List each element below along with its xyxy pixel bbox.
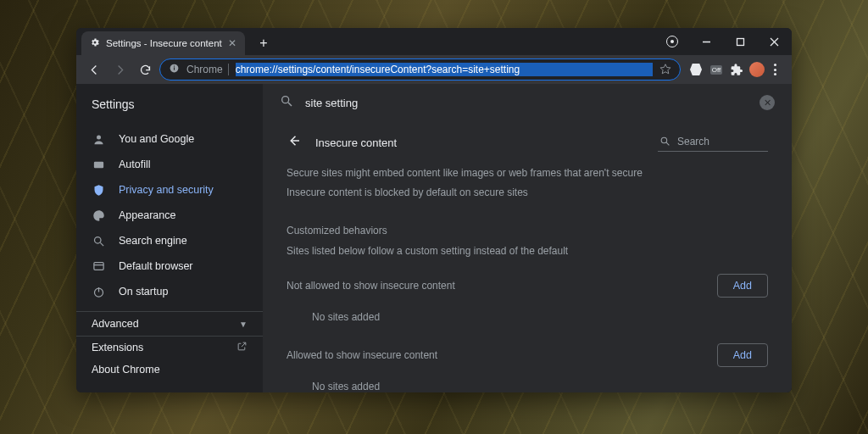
reader-ext-icon[interactable] xyxy=(687,61,704,78)
person-icon xyxy=(92,132,105,146)
minimize-button[interactable] xyxy=(692,30,721,53)
sidebar-item-appearance[interactable]: Appearance xyxy=(76,203,263,228)
search-icon xyxy=(280,94,293,111)
row-label: Allowed to show insecure content xyxy=(287,349,437,361)
svg-marker-7 xyxy=(660,64,670,73)
sidebar-item-label: On startup xyxy=(119,286,168,298)
page-search-field[interactable]: Search xyxy=(658,134,768,152)
browser-window: Settings - Insecure content ✕ + Chrome c… xyxy=(76,28,792,392)
search-icon xyxy=(92,234,105,248)
clear-search-button[interactable]: ✕ xyxy=(760,95,775,110)
appearance-icon xyxy=(92,209,105,222)
settings-page: Insecure content Search Secure sites mig… xyxy=(263,121,792,392)
svg-line-17 xyxy=(288,103,292,106)
extensions-area: Off xyxy=(684,61,785,78)
page-back-button[interactable] xyxy=(287,133,302,152)
back-button[interactable] xyxy=(83,58,105,81)
sidebar-item-on-startup[interactable]: On startup xyxy=(76,279,263,304)
page-description: Secure sites might embed content like im… xyxy=(287,164,768,218)
svg-rect-5 xyxy=(174,67,175,70)
toolbar: Chrome chrome://settings/content/insecur… xyxy=(76,55,792,84)
content-area: Settings You and Google Autofill Privacy… xyxy=(76,84,792,392)
extensions-icon[interactable] xyxy=(728,61,745,78)
page-header: Insecure content Search xyxy=(287,128,768,164)
avatar[interactable] xyxy=(748,61,765,78)
allowed-row: Allowed to show insecure content Add xyxy=(287,340,768,374)
sidebar-item-you-and-google[interactable]: You and Google xyxy=(76,126,263,152)
sidebar-item-label: You and Google xyxy=(119,133,194,145)
tab-title: Settings - Insecure content xyxy=(106,38,222,48)
svg-rect-9 xyxy=(93,161,103,168)
sidebar-item-autofill[interactable]: Autofill xyxy=(76,152,263,177)
tab-search-icon[interactable] xyxy=(658,30,687,53)
forward-button[interactable] xyxy=(108,58,131,81)
sidebar-item-label: Appearance xyxy=(119,209,175,221)
settings-sidebar: Settings You and Google Autofill Privacy… xyxy=(76,84,263,392)
menu-button[interactable] xyxy=(769,64,782,75)
reload-button[interactable] xyxy=(134,58,156,81)
svg-rect-12 xyxy=(93,262,103,270)
empty-state: No sites added xyxy=(287,374,768,392)
autofill-icon xyxy=(92,158,105,171)
power-icon xyxy=(92,285,105,298)
open-external-icon xyxy=(236,341,248,354)
off-ext-icon[interactable]: Off xyxy=(708,61,725,78)
section-description: Sites listed below follow a custom setti… xyxy=(287,236,768,270)
sidebar-item-search-engine[interactable]: Search engine xyxy=(76,228,263,253)
page-search-placeholder: Search xyxy=(677,136,709,147)
settings-search-bar: ✕ xyxy=(263,84,792,121)
sidebar-nav: You and Google Autofill Privacy and secu… xyxy=(76,123,263,304)
svg-point-19 xyxy=(661,137,667,143)
svg-point-16 xyxy=(282,97,289,103)
svg-point-10 xyxy=(94,236,101,243)
url-text: chrome://settings/content/insecureConten… xyxy=(236,63,653,76)
sidebar-item-label: Privacy and security xyxy=(119,184,214,196)
close-icon[interactable]: ✕ xyxy=(228,37,236,49)
sidebar-about-link[interactable]: About Chrome xyxy=(76,359,263,381)
gear-icon xyxy=(90,37,100,49)
settings-search-input[interactable] xyxy=(305,97,748,109)
sidebar-item-label: Search engine xyxy=(119,235,187,247)
svg-point-8 xyxy=(97,135,101,139)
add-button[interactable]: Add xyxy=(717,343,768,367)
window-controls xyxy=(658,28,792,55)
maximize-button[interactable] xyxy=(726,30,754,53)
url-chip: Chrome xyxy=(186,64,229,75)
sidebar-item-label: Default browser xyxy=(119,260,193,272)
sidebar-advanced[interactable]: Advanced▼ xyxy=(76,311,263,336)
chevron-down-icon: ▼ xyxy=(239,320,248,329)
browser-tab[interactable]: Settings - Insecure content ✕ xyxy=(81,31,245,55)
sidebar-extensions-link[interactable]: Extensions xyxy=(76,336,263,358)
add-button[interactable]: Add xyxy=(717,274,768,298)
sidebar-item-default-browser[interactable]: Default browser xyxy=(76,253,263,279)
page-title: Insecure content xyxy=(315,136,644,149)
empty-state: No sites added xyxy=(287,304,768,340)
svg-rect-1 xyxy=(737,38,743,45)
address-bar[interactable]: Chrome chrome://settings/content/insecur… xyxy=(159,58,681,81)
sidebar-title: Settings xyxy=(76,96,263,123)
not-allowed-row: Not allowed to show insecure content Add xyxy=(287,270,768,304)
browser-icon xyxy=(92,259,105,273)
section-heading: Customized behaviors xyxy=(287,218,768,236)
new-tab-button[interactable]: + xyxy=(253,33,274,53)
svg-rect-6 xyxy=(174,66,175,67)
row-label: Not allowed to show insecure content xyxy=(287,280,455,292)
shield-icon xyxy=(92,183,105,197)
close-button[interactable] xyxy=(760,30,788,53)
bookmark-icon[interactable] xyxy=(659,63,671,77)
site-info-icon[interactable] xyxy=(169,63,180,76)
svg-line-11 xyxy=(100,242,103,246)
sidebar-item-privacy[interactable]: Privacy and security xyxy=(76,177,263,203)
search-icon xyxy=(659,136,670,147)
tab-strip: Settings - Insecure content ✕ + xyxy=(76,28,792,55)
sidebar-item-label: Autofill xyxy=(119,159,151,170)
svg-line-20 xyxy=(666,142,669,145)
settings-main: ✕ Insecure content Search Secure sites m… xyxy=(263,84,792,392)
